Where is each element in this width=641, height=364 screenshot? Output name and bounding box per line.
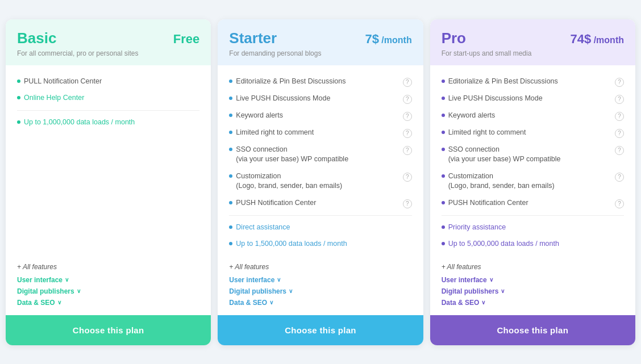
cta-button-basic[interactable]: Choose this plan (6, 315, 211, 345)
cta-button-pro[interactable]: Choose this plan (430, 315, 635, 345)
plan-features-basic: PULL Notification CenterOnline Help Cent… (6, 65, 211, 258)
feature-tag-label: Digital publishers (17, 287, 74, 295)
feature-help-icon[interactable]: ? (403, 95, 412, 104)
plan-name-starter: Starter (229, 30, 277, 47)
feature-tag-label: Data & SEO (229, 299, 267, 307)
feature-tag-label: User interface (17, 276, 63, 284)
feature-dot-icon (17, 80, 20, 83)
feature-tag-digital-publishers[interactable]: Digital publishers∨ (442, 287, 624, 295)
feature-dot-icon (229, 242, 232, 245)
cta-button-starter[interactable]: Choose this plan (218, 315, 423, 345)
plan-features-starter: Editorialize & Pin Best Discussions?Live… (218, 65, 423, 258)
feature-help-icon[interactable]: ? (615, 95, 624, 104)
plan-cta-basic: Choose this plan (6, 315, 211, 345)
plan-subtitle-starter: For demanding personal blogs (229, 49, 411, 57)
feature-item: Customization (Logo, brand, sender, ban … (229, 168, 411, 195)
feature-help-icon[interactable]: ? (615, 146, 624, 155)
feature-dot-icon (229, 97, 232, 100)
plan-cta-pro: Choose this plan (430, 315, 635, 345)
feature-text-content: Up to 1,500,000 data loads / month (236, 239, 347, 249)
feature-item: Priority assistance (442, 219, 624, 236)
feature-item: Keyword alerts? (229, 107, 411, 124)
feature-item: SSO connection (via your user base) WP c… (229, 141, 411, 168)
feature-tag-data-and-seo[interactable]: Data & SEO∨ (17, 299, 199, 307)
feature-tag-label: User interface (442, 276, 487, 284)
all-features-label-pro: + All features (442, 263, 624, 271)
feature-item: Limited right to comment? (442, 124, 624, 141)
feature-item: Editorialize & Pin Best Discussions? (229, 73, 411, 90)
feature-tag-user-interface[interactable]: User interface∨ (442, 276, 624, 284)
feature-item: Editorialize & Pin Best Discussions? (442, 73, 624, 90)
feature-item: Live PUSH Discussions Mode? (442, 90, 624, 107)
chevron-down-icon: ∨ (501, 288, 505, 294)
feature-text-content: Limited right to comment (448, 128, 526, 138)
feature-item: SSO connection (via your user base) WP c… (442, 141, 624, 168)
feature-help-icon[interactable]: ? (615, 78, 624, 87)
feature-tag-digital-publishers[interactable]: Digital publishers∨ (229, 287, 411, 295)
feature-text-content: Up to 1,000,000 data loads / month (24, 118, 135, 128)
feature-item: Up to 1,000,000 data loads / month (17, 114, 199, 131)
feature-dot-icon (229, 114, 232, 117)
feature-help-icon[interactable]: ? (615, 129, 624, 138)
chevron-down-icon: ∨ (57, 299, 61, 306)
feature-dot-icon (442, 201, 445, 204)
feature-item: Limited right to comment? (229, 124, 411, 141)
feature-text-content: SSO connection (via your user base) WP c… (236, 145, 348, 165)
feature-dot-icon (229, 201, 232, 204)
all-features-label-basic: + All features (17, 263, 199, 271)
feature-dot-icon (229, 148, 232, 151)
plan-header-starter: Starter7$ /monthFor demanding personal b… (218, 19, 423, 65)
feature-item: Keyword alerts? (442, 107, 624, 124)
feature-text-content: Limited right to comment (236, 128, 314, 138)
feature-help-icon[interactable]: ? (615, 173, 624, 182)
feature-dot-icon (442, 242, 445, 245)
feature-tag-digital-publishers[interactable]: Digital publishers∨ (17, 287, 199, 295)
feature-tag-user-interface[interactable]: User interface∨ (17, 276, 199, 284)
feature-item: Up to 5,000,000 data loads / month (442, 236, 624, 253)
plan-header-pro: Pro74$ /monthFor start-ups and small med… (430, 19, 635, 65)
feature-tag-user-interface[interactable]: User interface∨ (229, 276, 411, 284)
plan-subtitle-basic: For all commercial, pro or personal site… (17, 49, 199, 57)
feature-help-icon[interactable]: ? (403, 78, 412, 87)
feature-text-content: Customization (Logo, brand, sender, ban … (236, 171, 342, 191)
feature-tag-data-and-seo[interactable]: Data & SEO∨ (442, 299, 624, 307)
plan-price-pro: 74$ /month (571, 32, 624, 47)
feature-tag-data-and-seo[interactable]: Data & SEO∨ (229, 299, 411, 307)
feature-text-content: SSO connection (via your user base) WP c… (448, 145, 561, 165)
feature-help-icon[interactable]: ? (615, 199, 624, 208)
feature-dot-icon (442, 148, 445, 151)
feature-text-content: Live PUSH Discussions Mode (448, 94, 543, 104)
feature-dot-icon (442, 225, 445, 229)
feature-dot-icon (229, 131, 232, 134)
chevron-down-icon: ∨ (269, 299, 273, 306)
chevron-down-icon: ∨ (277, 277, 281, 283)
feature-dot-icon (442, 80, 445, 83)
chevron-down-icon: ∨ (289, 288, 293, 294)
feature-text-content: Editorialize & Pin Best Discussions (448, 77, 558, 87)
feature-tag-label: Data & SEO (17, 299, 55, 307)
feature-item: Customization (Logo, brand, sender, ban … (442, 168, 624, 195)
feature-text-content: PUSH Notification Center (448, 198, 528, 208)
feature-help-icon[interactable]: ? (403, 173, 412, 182)
feature-dot-icon (229, 225, 232, 229)
plan-name-basic: Basic (17, 30, 56, 47)
feature-help-icon[interactable]: ? (403, 112, 412, 121)
feature-dot-icon (229, 80, 232, 83)
feature-help-icon[interactable]: ? (615, 112, 624, 121)
feature-item: Live PUSH Discussions Mode? (229, 90, 411, 107)
feature-text-content: Priority assistance (448, 223, 506, 233)
feature-item: Up to 1,500,000 data loads / month (229, 236, 411, 253)
plan-card-basic: BasicFreeFor all commercial, pro or pers… (6, 19, 211, 345)
feature-text-content: Keyword alerts (236, 111, 283, 121)
feature-help-icon[interactable]: ? (403, 199, 412, 208)
feature-item: PUSH Notification Center? (442, 195, 624, 212)
feature-dot-icon (17, 96, 20, 99)
feature-item: PULL Notification Center (17, 73, 199, 90)
feature-help-icon[interactable]: ? (403, 146, 412, 155)
all-features-label-starter: + All features (229, 263, 411, 271)
all-features-section-basic: + All featuresUser interface∨Digital pub… (6, 258, 211, 315)
chevron-down-icon: ∨ (65, 277, 69, 283)
feature-dot-icon (442, 114, 445, 117)
plan-header-basic: BasicFreeFor all commercial, pro or pers… (6, 19, 211, 65)
feature-help-icon[interactable]: ? (403, 129, 412, 138)
